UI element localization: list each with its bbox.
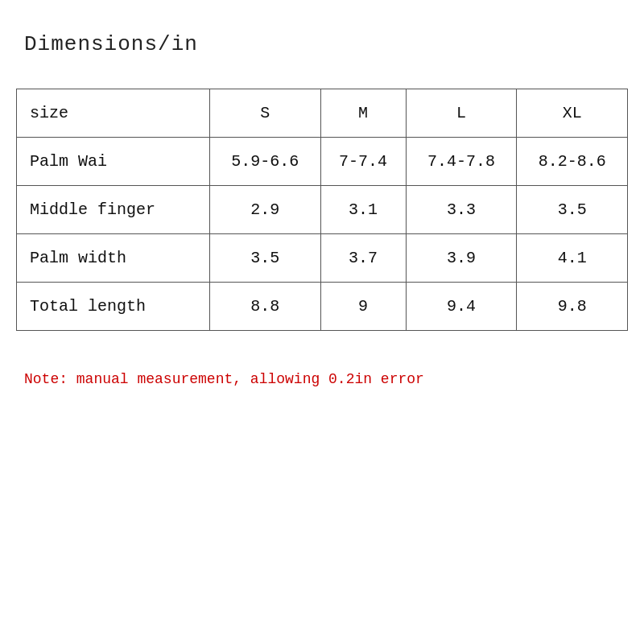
table-header-row: size S M L XL	[17, 89, 628, 138]
row-value: 4.1	[517, 234, 628, 283]
col-header-m: M	[320, 89, 406, 138]
table-row: Palm width3.53.73.94.1	[17, 234, 628, 283]
size-table: size S M L XL Palm Wai5.9-6.67-7.47.4-7.…	[16, 89, 628, 331]
note-text: Note: manual measurement, allowing 0.2in…	[24, 371, 424, 387]
col-header-xl: XL	[517, 89, 628, 138]
col-header-size: size	[17, 89, 210, 138]
row-value: 3.5	[517, 186, 628, 234]
row-value: 8.2-8.6	[517, 138, 628, 186]
row-value: 3.1	[320, 186, 406, 234]
row-value: 3.3	[406, 186, 517, 234]
page-title: Dimensions/in	[24, 32, 198, 56]
row-value: 7.4-7.8	[406, 138, 517, 186]
row-value: 7-7.4	[320, 138, 406, 186]
row-label: Total length	[17, 283, 210, 331]
col-header-l: L	[406, 89, 517, 138]
col-header-s: S	[209, 89, 320, 138]
row-value: 3.9	[406, 234, 517, 283]
row-value: 9.8	[517, 283, 628, 331]
row-value: 9	[320, 283, 406, 331]
table-row: Middle finger2.93.13.33.5	[17, 186, 628, 234]
row-label: Palm width	[17, 234, 210, 283]
row-label: Middle finger	[17, 186, 210, 234]
table-row: Total length8.899.49.8	[17, 283, 628, 331]
size-table-wrapper: size S M L XL Palm Wai5.9-6.67-7.47.4-7.…	[16, 89, 628, 331]
row-value: 5.9-6.6	[209, 138, 320, 186]
row-label: Palm Wai	[17, 138, 210, 186]
table-row: Palm Wai5.9-6.67-7.47.4-7.88.2-8.6	[17, 138, 628, 186]
row-value: 2.9	[209, 186, 320, 234]
row-value: 8.8	[209, 283, 320, 331]
row-value: 9.4	[406, 283, 517, 331]
row-value: 3.5	[209, 234, 320, 283]
row-value: 3.7	[320, 234, 406, 283]
